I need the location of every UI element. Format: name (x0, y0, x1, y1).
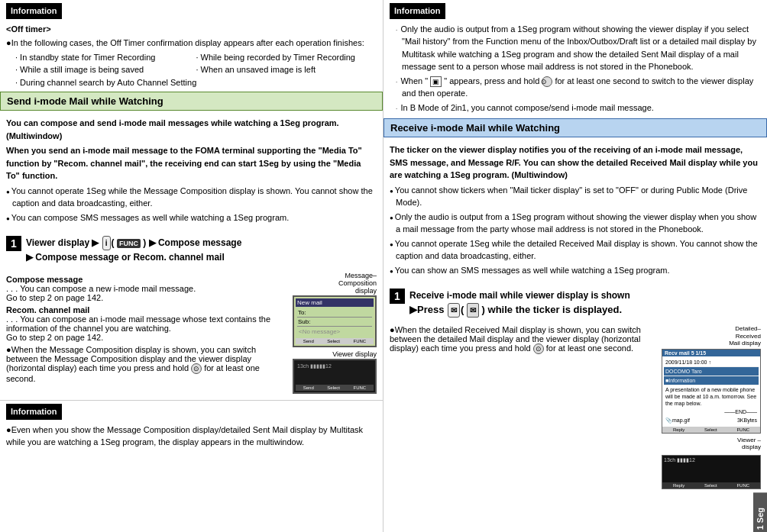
receive-section-content: The ticker on the viewer display notifie… (384, 140, 767, 281)
recv-info: ■Information (664, 376, 759, 385)
right-column: Information Only the audio is output fro… (384, 0, 767, 532)
i-key: i (102, 236, 111, 250)
step-number-1: 1 (6, 236, 21, 251)
vr-select: Select (704, 483, 717, 488)
info-section-2: Information ●Even when you show the Mess… (0, 400, 383, 455)
vr-reply: Reply (673, 483, 684, 488)
left-column: Information <Off timer> ●In the followin… (0, 0, 384, 532)
send-detail: When you send an i-mode mail message to … (6, 144, 377, 182)
compose-bottom-nav: Send Select FUNC (296, 338, 374, 344)
attach-name: 📎map.gif (665, 417, 690, 424)
mail-icon-key: ✉ (467, 303, 479, 318)
detailed-label: Detailed–ReceivedMail display (729, 325, 761, 347)
send-intro: You can compose and send i-mode mail mes… (6, 117, 377, 142)
recv-attachment: 📎map.gif 3KBytes (664, 416, 759, 424)
mail-body: To: Sub: <No message> (296, 307, 374, 338)
compose-instructions: Compose message . . . You can compose a … (6, 272, 286, 394)
item-5: · During channel search by Auto Channel … (15, 76, 377, 89)
receive-bullet-3: You cannot operate 1Seg while the detail… (390, 237, 761, 263)
step-line-1: Receive i-mode mail while viewer display… (409, 290, 630, 301)
icon-symbol: ▣ (430, 76, 442, 87)
viewer-label-right: Viewer –display (737, 437, 761, 450)
compose-message-label: Compose message (6, 275, 286, 284)
no-message: <No message> (297, 327, 372, 337)
off-timer-items: · In standby state for Timer Recording ·… (6, 51, 377, 89)
info-section-off-timer: Information <Off timer> ●In the followin… (0, 0, 383, 92)
receive-bullets: You cannot show tickers when "Mail ticke… (390, 184, 761, 277)
send-header-text: Send i-mode Mail while Watching (7, 95, 163, 107)
send-section: Send i-mode Mail while Watching You can … (0, 92, 383, 231)
right-bullet-2: When " ▣ " appears, press and hold ⊙ for… (396, 75, 761, 100)
send-section-header: Send i-mode Mail while Watching (0, 92, 383, 111)
info-label-2: Information (6, 404, 62, 420)
receive-section-header: Receive i-mode Mail while Watching (384, 118, 767, 137)
viewer-ch: 13ch ▮▮▮▮12 (664, 457, 759, 463)
item-1: · In standby state for Timer Recording (15, 51, 196, 64)
receive-screens: Detailed–ReceivedMail display Recv mail … (654, 325, 761, 489)
send-bullet-1: You cannot operate 1Seg while the Messag… (6, 185, 377, 210)
footer-right: 1 Seg Continued➡ (384, 492, 767, 532)
ch-info: 13ch ▮▮▮▮▮12 (297, 363, 372, 369)
to-field: To: (297, 308, 372, 318)
vr-func: FUNC (736, 483, 749, 488)
received-mail-screen: Recv mail 5 1/15 2009/11/18 10:00 ↑ DOCO… (662, 349, 761, 434)
message-composition-screen: New mail To: Sub: <No message> Send Sele… (293, 295, 377, 347)
info-label-right: Information (390, 3, 445, 19)
receive-note-text: ●When the detailed Received Mail display… (390, 325, 648, 354)
hold-key-receive: ⊙ (533, 343, 544, 354)
v-select-btn: Select (327, 385, 340, 390)
compose-text-1: . . . You can compose a new i-mode mail … (6, 284, 286, 293)
step-1-receive-text: Receive i-mode mail while viewer display… (409, 289, 630, 318)
receive-section: Receive i-mode Mail while Watching The t… (384, 118, 767, 284)
viewer-nav-right: Reply Select FUNC (662, 482, 760, 488)
subject-field: Sub: (297, 318, 372, 327)
item-4: · When an unsaved image is left (196, 63, 377, 76)
hold-key-icon: ⊙ (191, 363, 202, 374)
send-section-content: You can compose and send i-mode mail mes… (0, 114, 383, 228)
send-bullets: You cannot operate 1Seg while the Messag… (6, 185, 377, 224)
send-bullet-2: You can compose SMS messages as well whi… (6, 211, 377, 224)
mail-key: ✉ (448, 303, 460, 318)
right-info-bullets: Only the audio is output from a 1Seg pro… (390, 23, 761, 114)
send-btn: Send (303, 339, 314, 343)
receive-bullet-1: You cannot show tickers when "Mail ticke… (390, 184, 761, 209)
step-number-receive: 1 (390, 289, 405, 304)
v-func-btn: FUNC (354, 385, 367, 390)
recom-text-2: Go to step 2 on page 142. (6, 333, 286, 342)
recv-end: ——END—— (664, 408, 759, 416)
label-msg-composition: Message–Compositiondisplay (338, 272, 377, 295)
right-bullet-3: In B Mode of 2in1, you cannot compose/se… (396, 102, 761, 114)
viewer-screen-right: 13ch ▮▮▮▮12 Reply Select FUNC (662, 455, 761, 489)
recv-sender: DOCOMO Taro (664, 367, 759, 376)
step-1-send: 1 Viewer display ▶ i( FUNC ) ▶ Compose m… (6, 236, 377, 264)
step-1-text: Viewer display ▶ i( FUNC ) ▶ Compose mes… (26, 236, 241, 264)
recv-bottom: Reply Select FUNC (662, 427, 760, 433)
receive-bullet-4: You can show an SMS messages as well whi… (390, 264, 761, 277)
new-mail-bar: New mail (296, 298, 374, 307)
item-2: · While being recorded by Timer Recordin… (196, 51, 377, 64)
reply-btn: Reply (673, 427, 684, 432)
recom-label: Recom. channel mail (6, 305, 286, 314)
page-wrapper: Information <Off timer> ●In the followin… (0, 0, 767, 532)
select-btn: Select (327, 339, 340, 343)
receive-diagram: ●When the detailed Received Mail display… (390, 325, 761, 489)
step-line-2: ▶Press ✉( ✉ ) while the ticker is displa… (409, 304, 622, 315)
receive-note: ●When the detailed Received Mail display… (390, 325, 648, 354)
viewer-content: 13ch ▮▮▮▮▮12 (296, 362, 374, 385)
step-1-receive: 1 Receive i-mode mail while viewer displ… (390, 289, 761, 318)
right-bullet-1: Only the audio is output from a 1Seg pro… (396, 23, 761, 73)
recv-message: A presentation of a new mobile phone wil… (664, 385, 759, 408)
info-section-right: Information Only the audio is output fro… (384, 0, 767, 118)
footer-badges: 1 Seg Continued➡ (720, 492, 767, 532)
off-timer-title: <Off timer> (6, 23, 377, 36)
recv-title: Recv mail 5 1/15 (662, 350, 760, 356)
viewer-content-right: 13ch ▮▮▮▮12 (662, 456, 760, 482)
label-viewer: Viewer display (332, 350, 377, 358)
viewer-screen-left: 13ch ▮▮▮▮▮12 Send Select FUNC (293, 359, 377, 394)
seg-tab: 1 Seg (753, 492, 767, 532)
recom-text-1: . . . You can compose an i-mode mail mes… (6, 314, 286, 333)
compose-text-2: Go to step 2 on page 142. (6, 293, 286, 302)
send-screens: Message–Compositiondisplay New mail To: … (293, 272, 377, 394)
seg-label: 1 Seg (756, 508, 765, 530)
info-label-1: Information (6, 3, 62, 19)
